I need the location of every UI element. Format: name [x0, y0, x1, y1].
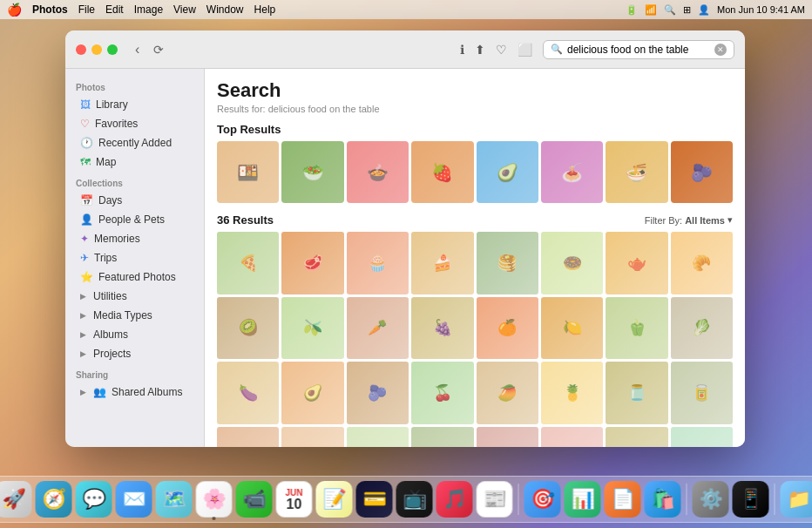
top-result-photo[interactable]: 🍓	[411, 141, 473, 203]
dock-facetime[interactable]: 📹	[236, 481, 273, 518]
dock-iphone-mirroring[interactable]: 📱	[733, 481, 769, 518]
search-input[interactable]	[567, 44, 710, 56]
result-photo[interactable]: 🍊	[477, 297, 538, 359]
dock-notes[interactable]: 📝	[316, 481, 353, 518]
result-photo[interactable]: 🧁	[347, 232, 409, 294]
result-photo[interactable]: 🥬	[671, 297, 733, 359]
fullscreen-button[interactable]	[107, 44, 118, 55]
close-button[interactable]	[76, 44, 86, 55]
result-photo[interactable]: 🍣	[281, 427, 343, 448]
back-button[interactable]: ‹	[132, 40, 143, 59]
apple-menu[interactable]: 🍎	[7, 3, 22, 17]
result-photo[interactable]: 🍒	[411, 362, 473, 423]
dock-appstore[interactable]: 🛍️	[645, 481, 681, 518]
dock-pages[interactable]: 📄	[605, 481, 641, 518]
sidebar-item-memories[interactable]: ✦ Memories	[70, 229, 200, 248]
result-photo[interactable]: 🍍	[541, 362, 603, 423]
result-photo[interactable]: 🌯	[477, 427, 538, 448]
result-photo[interactable]: 🫑	[606, 297, 667, 359]
result-photo[interactable]: 🥑	[281, 362, 343, 423]
dock-messages[interactable]: 💬	[76, 481, 112, 518]
menubar-window[interactable]: Window	[206, 3, 244, 16]
menubar-image[interactable]: Image	[134, 3, 163, 16]
sidebar-item-recently-added[interactable]: 🕐 Recently Added	[70, 133, 200, 152]
sidebar-item-albums[interactable]: ▶ Albums	[70, 325, 200, 344]
top-result-photo[interactable]: 🫐	[671, 141, 733, 203]
result-photo[interactable]: 🍔	[606, 427, 667, 448]
result-photo[interactable]: 🍩	[541, 232, 603, 294]
rotate-button[interactable]: ⟳	[150, 40, 167, 59]
top-result-photo[interactable]: 🥑	[477, 141, 538, 203]
result-photo[interactable]: 🥝	[217, 297, 279, 359]
result-photo[interactable]: 🥟	[347, 427, 409, 448]
sidebar-item-map[interactable]: 🗺 Map	[70, 152, 200, 172]
dock-folder[interactable]: 📁	[781, 481, 813, 518]
control-center-icon[interactable]: ⊞	[683, 4, 691, 16]
shared-albums-expand-icon: ▶	[80, 388, 86, 396]
result-photo[interactable]: 🥐	[671, 232, 733, 294]
result-photo[interactable]: 🥩	[281, 232, 343, 294]
dock-safari[interactable]: 🧭	[36, 481, 72, 518]
result-photo[interactable]: 🥪	[541, 427, 603, 448]
dock-launchpad[interactable]: 🚀	[0, 481, 32, 518]
user-icon[interactable]: 👤	[698, 4, 710, 16]
result-photo[interactable]: 🥕	[347, 297, 409, 359]
sidebar-item-media-types[interactable]: ▶ Media Types	[70, 306, 200, 325]
dock-system-prefs[interactable]: ⚙️	[693, 481, 729, 518]
top-result-photo[interactable]: 🍲	[347, 141, 409, 203]
result-photo[interactable]: 🥫	[671, 362, 733, 423]
dock-keynote[interactable]: 🎯	[524, 481, 561, 518]
result-photo[interactable]: 🫔	[411, 427, 473, 448]
top-result-photo[interactable]: 🥗	[281, 141, 343, 203]
result-photo[interactable]: 🍰	[411, 232, 473, 294]
result-photo[interactable]: 🫖	[606, 232, 667, 294]
sidebar-item-favorites[interactable]: ♡ Favorites	[70, 114, 200, 133]
result-photo[interactable]: 🥞	[477, 232, 538, 294]
sidebar-item-utilities[interactable]: ▶ Utilities	[70, 287, 200, 306]
dock-wallet[interactable]: 💳	[356, 481, 393, 518]
dock-maps[interactable]: 🗺️	[156, 481, 193, 518]
filter-button[interactable]: Filter By: All Items ▾	[645, 214, 733, 226]
top-result-photo[interactable]: 🍜	[606, 141, 667, 203]
result-photo[interactable]: 🍇	[411, 297, 473, 359]
dock-appletv[interactable]: 📺	[396, 481, 433, 518]
menubar-view[interactable]: View	[173, 3, 196, 16]
menubar-app-name[interactable]: Photos	[32, 3, 68, 16]
search-clear-button[interactable]: ✕	[714, 44, 727, 56]
dock-mail[interactable]: ✉️	[116, 481, 152, 518]
delete-button[interactable]: ⬜	[516, 41, 534, 58]
sidebar-item-people-pets[interactable]: 👤 People & Pets	[70, 210, 200, 229]
minimize-button[interactable]	[91, 44, 102, 55]
sidebar-item-library[interactable]: 🖼 Library	[70, 95, 200, 114]
result-photo[interactable]: 🍋	[541, 297, 603, 359]
sidebar-item-days[interactable]: 📅 Days	[70, 191, 200, 210]
dock-news[interactable]: 📰	[477, 481, 513, 518]
heart-button[interactable]: ♡	[494, 41, 509, 58]
top-result-photo[interactable]: 🍱	[217, 141, 279, 203]
result-photo[interactable]: 🍆	[217, 362, 279, 423]
result-photo[interactable]: 🥭	[477, 362, 538, 423]
result-photo[interactable]: 🫒	[281, 297, 343, 359]
result-photo[interactable]: 🫙	[606, 362, 667, 423]
result-photo[interactable]: 🍤	[217, 427, 279, 448]
result-photo[interactable]: 🍕	[217, 232, 279, 294]
result-photo[interactable]: 🍟	[671, 427, 733, 448]
share-button[interactable]: ⬆	[473, 41, 487, 58]
sidebar-item-shared-albums[interactable]: ▶ 👥 Shared Albums	[70, 382, 200, 402]
dock-photos[interactable]: 🌸	[196, 481, 233, 518]
menubar-help[interactable]: Help	[254, 3, 276, 16]
search-bar[interactable]: 🔍 ✕	[543, 40, 734, 59]
result-photo[interactable]: 🫐	[347, 362, 409, 423]
search-icon[interactable]: 🔍	[664, 4, 676, 16]
sidebar-item-projects[interactable]: ▶ Projects	[70, 344, 200, 363]
dock-numbers[interactable]: 📊	[565, 481, 601, 518]
info-button[interactable]: ℹ	[458, 41, 466, 58]
sidebar-item-featured[interactable]: ⭐ Featured Photos	[70, 267, 200, 287]
dock-calendar[interactable]: JUN 10	[276, 481, 313, 518]
menubar-file[interactable]: File	[78, 3, 95, 16]
sidebar-item-trips[interactable]: ✈ Trips	[70, 248, 200, 267]
dock-photos-indicator	[213, 517, 216, 520]
menubar-edit[interactable]: Edit	[105, 3, 124, 16]
top-result-photo[interactable]: 🍝	[541, 141, 603, 203]
dock-music[interactable]: 🎵	[436, 481, 473, 518]
